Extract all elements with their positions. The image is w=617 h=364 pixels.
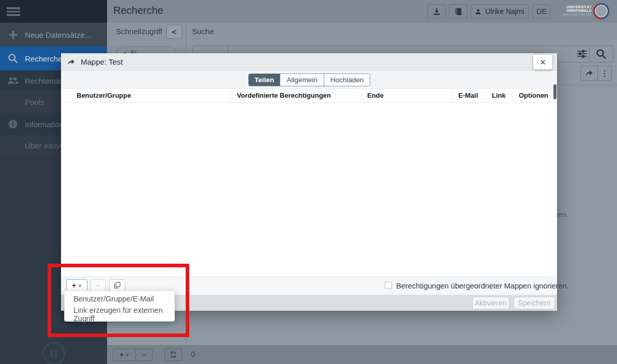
app-root: Neue Datensätze... Recherche Rechteman P…	[0, 0, 617, 364]
dialog-tabbar: Teilen Allgemein Hochladen	[61, 71, 557, 89]
minus-icon: −	[142, 351, 146, 359]
results-bottom-bar	[107, 345, 617, 364]
close-icon: ×	[540, 56, 546, 68]
tab-label: Hochladen	[330, 76, 364, 84]
results-remove-button[interactable]: −	[136, 349, 152, 360]
tab-allgemein[interactable]: Allgemein	[280, 74, 324, 86]
minus-icon: −	[96, 281, 100, 290]
sidebar-item-label: Recherche	[25, 54, 63, 63]
chevron-down-icon: ∨	[78, 283, 82, 288]
user-icon	[475, 8, 481, 15]
result-count: 0	[191, 350, 195, 358]
quick-access-label: Schnellzugriff	[116, 27, 162, 36]
share-arrow-icon	[585, 69, 594, 78]
easydb-logo	[42, 342, 65, 364]
dialog-tab-group: Teilen Allgemein Hochladen	[248, 73, 370, 86]
add-entry-button[interactable]: + ∨	[66, 279, 87, 291]
book-icon	[454, 7, 463, 16]
sidebar-header	[0, 0, 107, 23]
plus-icon	[7, 28, 19, 41]
logo-line2: Wissen lockt. Seit 1456	[546, 13, 592, 16]
column-separator	[512, 89, 513, 103]
hamburger-menu-icon[interactable]	[7, 7, 20, 16]
dialog-close-button[interactable]: ×	[533, 55, 552, 69]
book-button[interactable]	[449, 4, 468, 19]
chevron-down-icon: ∨	[126, 352, 129, 357]
university-logo-text: UNIVERSITÄT GREIFSWALD Wissen lockt. Sei…	[546, 5, 592, 16]
search-submit-icon[interactable]	[595, 48, 607, 60]
chevron-left-icon: <	[172, 27, 177, 36]
search-input-divider	[589, 46, 590, 63]
result-actions-group: ⋮	[580, 66, 612, 81]
plus-icon: +	[72, 281, 76, 290]
university-seal-icon	[593, 3, 609, 19]
collapse-panel-button[interactable]: <	[167, 25, 182, 39]
activate-label: Aktivieren	[475, 299, 506, 307]
refresh-button[interactable]	[164, 348, 182, 361]
save-button[interactable]: Speichern	[514, 297, 555, 309]
menu-item-user-group-email[interactable]: Benutzer/Gruppe/E-Mail	[65, 291, 174, 307]
add-entry-dropdown-menu: Benutzer/Gruppe/E-Mail Link erzeugen für…	[64, 291, 175, 322]
save-label: Speichern	[518, 299, 550, 307]
column-header: Vordefinierte Berechtigungen	[237, 92, 331, 99]
logo-line1: UNIVERSITÄT GREIFSWALD	[546, 5, 592, 12]
menu-item-external-link[interactable]: Link erzeugen für externen Zugriff	[65, 307, 174, 322]
download-button[interactable]	[427, 4, 446, 19]
page-title: Recherche	[113, 5, 163, 17]
sidebar-item-label: Rechteman	[25, 77, 65, 85]
kebab-icon: ⋮	[601, 69, 609, 78]
menu-item-label: Benutzer/Gruppe/E-Mail	[73, 295, 154, 303]
panel-header-bar	[107, 23, 617, 40]
remove-entry-button[interactable]: −	[91, 279, 106, 291]
download-icon	[432, 7, 441, 16]
scrollbar-thumb[interactable]	[553, 84, 556, 99]
column-separator	[452, 89, 452, 103]
sidebar-item-new-records[interactable]: Neue Datensätze...	[0, 23, 107, 47]
checkbox-label: Berechtigungen übergeordneter Mappen ign…	[396, 282, 569, 290]
column-header: Ende	[367, 92, 384, 99]
copy-icon	[113, 281, 121, 289]
tab-label: Teilen	[254, 76, 274, 84]
results-add-button[interactable]: + ∨	[113, 349, 136, 360]
tab-teilen[interactable]: Teilen	[249, 74, 280, 86]
share-button[interactable]	[581, 66, 598, 80]
user-name: Ulrike Najmi	[485, 7, 524, 16]
activate-button[interactable]: Aktivieren	[472, 297, 509, 309]
info-icon	[7, 118, 19, 130]
tab-hochladen[interactable]: Hochladen	[324, 74, 370, 86]
copy-entry-button[interactable]	[109, 279, 125, 291]
ignore-parent-permissions-checkbox[interactable]	[385, 282, 392, 289]
tab-label: Allgemein	[287, 76, 317, 84]
column-separator	[486, 89, 487, 103]
share-arrow-icon	[67, 58, 76, 66]
sidebar-item-label: Pools	[25, 98, 44, 107]
user-menu-button[interactable]: Ulrike Najmi	[471, 4, 529, 19]
more-options-button[interactable]: ⋮	[598, 66, 611, 80]
column-header: Optionen	[519, 92, 548, 99]
menu-item-label: Link erzeugen für externen Zugriff	[73, 306, 174, 323]
sidebar-item-label: Neue Datensätze...	[25, 31, 91, 39]
language-label: DE	[536, 7, 546, 16]
dialog-title: Mappe: Test	[81, 57, 123, 66]
search-panel-label: Suche	[192, 27, 214, 36]
column-separator	[232, 89, 232, 103]
filter-sliders-icon[interactable]	[577, 49, 587, 58]
results-add-remove-group: + ∨ −	[113, 348, 153, 361]
plus-icon: +	[119, 351, 124, 359]
column-header: E-Mail	[458, 92, 478, 99]
users-icon	[7, 74, 19, 87]
column-header: Link	[492, 92, 506, 99]
column-separator	[362, 89, 363, 103]
column-header: Benutzer/Gruppe	[77, 92, 131, 99]
dialog-titlebar: Mappe: Test	[61, 53, 557, 71]
search-icon	[7, 52, 19, 65]
sidebar-item-label: Information	[25, 120, 64, 129]
refresh-icon	[169, 351, 177, 359]
